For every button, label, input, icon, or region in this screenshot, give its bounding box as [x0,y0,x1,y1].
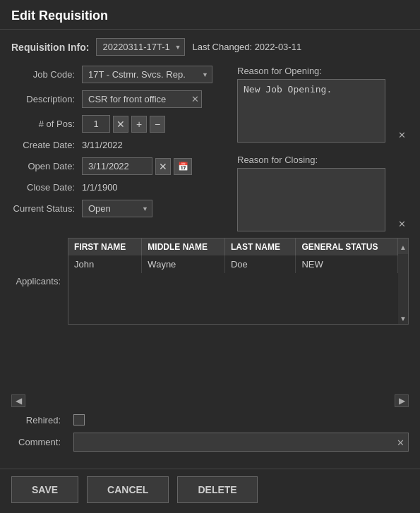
table-row[interactable]: John Wayne Doe NEW [68,255,408,273]
applicants-table-header: FIRST NAME MIDDLE NAME LAST NAME GENERAL… [68,239,408,255]
reason-opening-clear-button[interactable]: ✕ [398,130,406,140]
reason-closing-section: Reason for Closing: ✕ [237,155,409,234]
job-code-select-wrapper: 17T - Cstmr. Svcs. Rep. [82,66,212,83]
create-date-value: 3/11/2022 [82,140,123,150]
col-scrollbar: ▲ [398,239,409,255]
table-row-empty-2 [68,290,408,307]
pos-minus-button[interactable]: − [150,116,165,133]
applicants-table: FIRST NAME MIDDLE NAME LAST NAME GENERAL… [68,239,408,324]
cell-last-name: Doe [224,255,296,273]
open-date-label: Open Date: [11,161,82,171]
save-button[interactable]: SAVE [11,476,78,503]
current-status-select-wrapper: Open [82,200,152,217]
reason-closing-textarea[interactable] [237,168,385,231]
description-clear-button[interactable]: ✕ [191,95,199,104]
edit-requisition-dialog: Edit Requisition Requisition Info: 20220… [0,0,420,513]
two-column-layout: Job Code: 17T - Cstmr. Svcs. Rep. Descri… [11,66,409,234]
req-info-row: Requisition Info: 20220311-17T-1 Last Ch… [11,38,409,56]
description-input-wrapper: ✕ [82,90,202,108]
close-date-label: Close Date: [11,182,82,193]
pos-clear-button[interactable]: ✕ [113,116,128,133]
current-status-row: Current Status: Open [11,200,223,217]
dialog-title: Edit Requisition [11,8,409,23]
pos-control: ✕ + − [82,115,165,133]
pos-plus-button[interactable]: + [131,116,147,133]
close-date-value: 1/1/1900 [82,182,118,193]
right-column: Reason for Opening: New Job Opening. ✕ R… [237,66,409,234]
job-code-row: Job Code: 17T - Cstmr. Svcs. Rep. [11,66,223,83]
footer-buttons: SAVE CANCEL DELETE [0,469,420,513]
reason-opening-label: Reason for Opening: [237,66,409,76]
applicants-section: Applicants: FIRST NAME MIDDLE NAME LAST … [11,238,409,325]
col-general-status: GENERAL STATUS [296,239,398,255]
scroll-right-button[interactable]: ▶ [395,394,409,407]
left-column: Job Code: 17T - Cstmr. Svcs. Rep. Descri… [11,66,223,234]
comment-input-wrapper: ✕ [73,433,409,452]
scroll-left-button[interactable]: ◀ [11,394,25,407]
applicants-table-wrapper: FIRST NAME MIDDLE NAME LAST NAME GENERAL… [68,238,409,325]
reason-closing-clear-button[interactable]: ✕ [398,219,406,229]
open-date-row: Open Date: ✕ 📅 [11,157,223,175]
applicants-label: Applicants: [11,276,68,286]
vertical-scrollbar[interactable]: ▼ [398,254,408,324]
num-pos-input[interactable] [82,115,110,133]
title-bar: Edit Requisition [0,0,420,30]
rehired-checkbox[interactable] [73,414,85,426]
open-date-clear-button[interactable]: ✕ [155,158,171,175]
comment-input[interactable] [73,433,409,452]
cancel-button[interactable]: CANCEL [87,476,169,503]
applicants-header-row: FIRST NAME MIDDLE NAME LAST NAME GENERAL… [68,239,408,255]
open-date-calendar-button[interactable]: 📅 [174,158,192,175]
description-input[interactable] [82,90,202,108]
col-first-name: FIRST NAME [68,239,142,255]
reason-opening-textarea[interactable]: New Job Opening. [237,79,385,143]
open-date-input[interactable] [82,157,152,175]
description-row: Description: ✕ [11,90,223,108]
cell-middle-name: Wayne [142,255,225,273]
req-info-select[interactable]: 20220311-17T-1 [96,38,185,56]
last-changed-text: Last Changed: 2022-03-11 [192,42,301,52]
current-status-select[interactable]: Open [82,200,152,217]
cell-first-name: John [68,255,142,273]
bottom-controls: ◀ ▶ Rehired: Comment: ✕ [0,389,420,469]
applicants-table-container: FIRST NAME MIDDLE NAME LAST NAME GENERAL… [68,238,409,325]
req-info-select-wrapper: 20220311-17T-1 [96,38,185,56]
scroll-down-arrow[interactable]: ▼ [400,315,407,322]
current-status-label: Current Status: [11,203,82,214]
delete-button[interactable]: DELETE [177,476,257,503]
comment-row: Comment: ✕ [11,433,409,452]
comment-label: Comment: [11,437,68,447]
num-pos-row: # of Pos: ✕ + − [11,115,223,133]
cell-status: NEW [296,255,398,273]
create-date-label: Create Date: [11,140,82,150]
description-label: Description: [11,94,82,104]
close-date-row: Close Date: 1/1/1900 [11,182,223,193]
job-code-select[interactable]: 17T - Cstmr. Svcs. Rep. [82,66,212,83]
open-date-wrapper: ✕ 📅 [82,157,192,175]
col-middle-name: MIDDLE NAME [142,239,225,255]
create-date-row: Create Date: 3/11/2022 [11,140,223,150]
dialog-content: Requisition Info: 20220311-17T-1 Last Ch… [0,30,420,389]
table-row-empty-3 [68,307,408,324]
rehired-row: Rehired: [11,414,409,426]
applicants-table-body: John Wayne Doe NEW [68,255,408,324]
job-code-label: Job Code: [11,69,82,80]
req-info-label: Requisition Info: [11,42,89,53]
horizontal-scroll-row: ◀ ▶ [11,394,409,407]
table-row-empty-1 [68,273,408,290]
num-pos-label: # of Pos: [11,119,82,129]
rehired-label: Rehired: [11,415,68,426]
reason-closing-label: Reason for Closing: [237,155,409,165]
reason-opening-section: Reason for Opening: New Job Opening. ✕ [237,66,409,145]
comment-clear-button[interactable]: ✕ [397,437,404,447]
reason-closing-wrapper: ✕ [237,168,409,234]
reason-opening-wrapper: New Job Opening. ✕ [237,79,409,145]
col-last-name: LAST NAME [224,239,296,255]
